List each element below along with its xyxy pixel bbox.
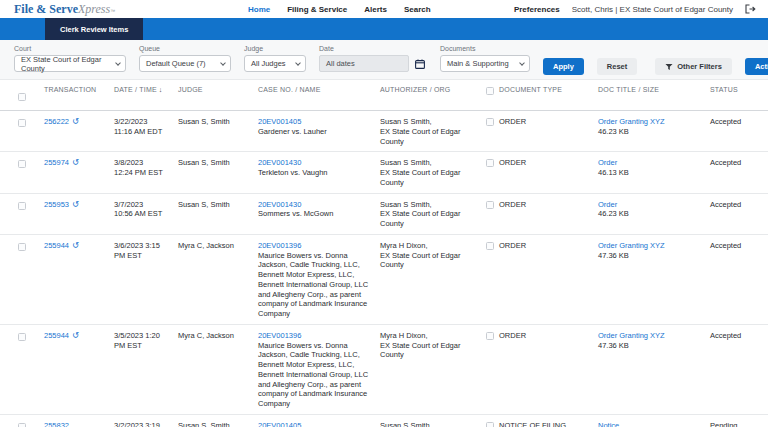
date-line2: 12:24 PM EST — [114, 168, 172, 178]
status-text: Accepted — [690, 200, 754, 210]
col-transaction[interactable]: Transaction — [44, 86, 114, 93]
doc-size: 46.23 KB — [598, 209, 684, 219]
tab-bar: Clerk Review Items — [0, 18, 768, 40]
doc-checkbox[interactable] — [486, 118, 494, 126]
history-icon[interactable]: ↺ — [72, 117, 79, 126]
case-number-link[interactable]: 20EV001405 — [258, 117, 301, 126]
doc-title-link[interactable]: Order Granting XYZ — [598, 331, 665, 340]
doc-size: 46.13 KB — [598, 168, 684, 178]
case-number-link[interactable]: 20EV001430 — [258, 200, 301, 209]
col-status[interactable]: Status — [690, 86, 754, 93]
col-judge[interactable]: Judge — [178, 86, 258, 93]
doc-checkbox[interactable] — [486, 332, 494, 340]
doc-title-link[interactable]: Order — [598, 200, 617, 209]
doc-checkbox[interactable] — [486, 159, 494, 167]
date-filter-label: Date — [319, 45, 427, 52]
judge-cell: Susan S, Smith — [178, 200, 258, 210]
doc-title-link[interactable]: Order Granting XYZ — [598, 241, 665, 250]
history-icon[interactable]: ↺ — [72, 200, 79, 209]
doc-checkbox[interactable] — [486, 422, 494, 427]
row-checkbox[interactable] — [18, 160, 26, 168]
transaction-link[interactable]: 255832 — [44, 421, 69, 427]
tab-clerk-review-items[interactable]: Clerk Review Items — [45, 18, 143, 40]
table-body: 256222 ↺ 3/22/202311:16 AM EDT Susan S, … — [0, 111, 768, 427]
date-line2: 11:16 AM EDT — [114, 127, 172, 137]
reset-button[interactable]: Reset — [597, 58, 637, 75]
case-name: Maurice Bowers vs. Donna Jackson, Cadle … — [258, 341, 372, 409]
date-line1: 3/5/2023 1:20 — [114, 331, 172, 341]
doc-checkbox[interactable] — [486, 201, 494, 209]
app-logo: File & ServeXpress™ — [14, 2, 115, 17]
history-icon[interactable]: ↺ — [72, 331, 79, 340]
authorizer-cell: Susan S Smith,EX State Court of Edgar Co… — [380, 158, 486, 187]
user-name: Scott, Chris | EX State Court of Edgar C… — [572, 5, 733, 14]
chevron-down-icon — [519, 60, 525, 66]
case-number-link[interactable]: 20EV001430 — [258, 158, 301, 167]
status-text: Accepted — [690, 331, 754, 341]
nav-filing-service[interactable]: Filing & Service — [287, 5, 347, 14]
judge-filter-label: Judge — [244, 45, 306, 52]
judge-cell: Susan S, Smith — [178, 421, 258, 427]
date-line2: 10:56 AM EST — [114, 209, 172, 219]
case-number-link[interactable]: 20EV001396 — [258, 241, 301, 250]
row-checkbox[interactable] — [18, 202, 26, 210]
doc-title-link[interactable]: Notice — [598, 421, 619, 427]
queue-select[interactable]: Default Queue (7) — [139, 55, 231, 72]
documents-select[interactable]: Main & Supporting — [440, 55, 530, 72]
table-row: 255944 ↺ 3/6/2023 3:15PM EST Myra C, Jac… — [0, 235, 768, 325]
col-doc-title[interactable]: Doc Title / Size — [598, 86, 690, 93]
case-number-link[interactable]: 20EV001396 — [258, 331, 301, 340]
history-icon[interactable]: ↺ — [72, 241, 79, 250]
doc-type: ORDER — [499, 331, 526, 341]
logout-icon[interactable] — [745, 4, 756, 14]
transaction-link[interactable]: 255953 — [44, 200, 69, 210]
select-all-docs-checkbox[interactable] — [486, 87, 494, 95]
col-authorizer[interactable]: Authorizer / Org — [380, 86, 486, 93]
row-checkbox[interactable] — [18, 243, 26, 251]
judge-select[interactable]: All Judges — [244, 55, 306, 72]
other-filters-button[interactable]: Other Filters — [655, 58, 732, 75]
col-document-type[interactable]: Document Type — [486, 86, 598, 95]
doc-title-link[interactable]: Order Granting XYZ — [598, 117, 665, 126]
nav-search[interactable]: Search — [404, 5, 431, 14]
apply-button[interactable]: Apply — [543, 58, 584, 75]
logo-text-xpress: Xpress — [78, 2, 110, 17]
doc-title-link[interactable]: Order — [598, 158, 617, 167]
doc-size: 47.36 KB — [598, 341, 684, 351]
row-checkbox[interactable] — [18, 333, 26, 341]
authorizer-name: Susan S Smith, — [380, 117, 478, 127]
transaction-link[interactable]: 255944 — [44, 241, 69, 251]
transaction-link[interactable]: 256222 — [44, 117, 69, 127]
transaction-link[interactable]: 255974 — [44, 158, 69, 168]
doc-type: ORDER — [499, 158, 526, 168]
date-input[interactable]: All dates — [319, 55, 409, 72]
date-time-cell: 3/7/202310:56 AM EST — [114, 200, 178, 220]
case-name: Sommers vs. McGown — [258, 209, 372, 219]
court-filter-label: Court — [14, 45, 126, 52]
row-checkbox[interactable] — [18, 119, 26, 127]
col-case[interactable]: Case No. / Name — [258, 86, 380, 93]
actions-button[interactable]: Actions▾ — [745, 58, 768, 75]
documents-filter-label: Documents — [440, 45, 530, 52]
court-select[interactable]: EX State Court of Edgar County — [14, 55, 126, 72]
select-all-checkbox[interactable] — [18, 93, 26, 101]
calendar-icon[interactable] — [413, 56, 427, 71]
case-number-link[interactable]: 20EV001405 — [258, 421, 301, 427]
history-icon[interactable]: ↺ — [72, 158, 79, 167]
case-cell: 20EV001396 Maurice Bowers vs. Donna Jack… — [258, 331, 380, 409]
doc-checkbox[interactable] — [486, 242, 494, 250]
row-checkbox[interactable] — [18, 423, 26, 427]
authorizer-name: Myra H Dixon, — [380, 241, 478, 251]
doc-type: ORDER — [499, 117, 526, 127]
nav-alerts[interactable]: Alerts — [364, 5, 387, 14]
col-date-time[interactable]: Date / Time↓ — [114, 86, 178, 93]
funnel-icon — [665, 63, 673, 71]
doc-size: 46.23 KB — [598, 127, 684, 137]
doc-group: ORDER Order Granting XYZ46.23 KB Accepte… — [486, 117, 754, 137]
doc-entry: ORDER Order46.23 KB Accepted — [486, 200, 754, 220]
transaction-link[interactable]: 255944 — [44, 331, 69, 341]
nav-home[interactable]: Home — [248, 5, 270, 14]
preferences-link[interactable]: Preferences — [514, 5, 560, 14]
main-nav: Home Filing & Service Alerts Search — [248, 0, 431, 18]
date-line1: 3/6/2023 3:15 — [114, 241, 172, 251]
